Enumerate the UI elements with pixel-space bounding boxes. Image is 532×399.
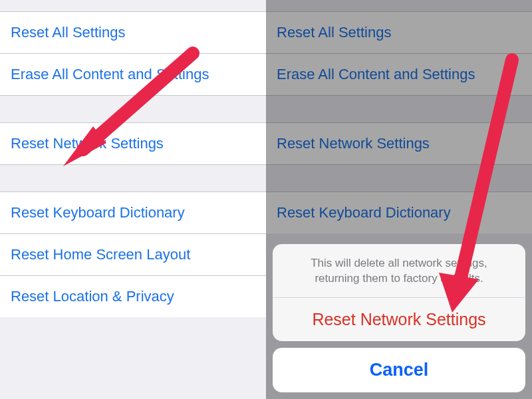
action-sheet-cancel-button[interactable]: Cancel [273, 348, 525, 392]
action-sheet-message: This will delete all network settings, r… [273, 244, 525, 298]
reset-all-settings[interactable]: Reset All Settings [0, 12, 266, 54]
reset-network-settings[interactable]: Reset Network Settings [0, 123, 266, 164]
section-gap-1-r [266, 95, 532, 123]
section-gap-2 [0, 164, 266, 192]
reset-keyboard-dictionary[interactable]: Reset Keyboard Dictionary [0, 192, 266, 234]
reset-all-settings-dimmed: Reset All Settings [266, 12, 532, 54]
erase-all-content[interactable]: Erase All Content and Settings [0, 54, 266, 95]
reset-keyboard-dictionary-dimmed: Reset Keyboard Dictionary [266, 192, 532, 233]
reset-network-settings-dimmed: Reset Network Settings [266, 123, 532, 164]
reset-menu-left: Reset All Settings Erase All Content and… [0, 0, 266, 399]
action-sheet: This will delete all network settings, r… [266, 237, 532, 399]
action-sheet-confirm-button[interactable]: Reset Network Settings [273, 298, 525, 341]
reset-location-privacy[interactable]: Reset Location & Privacy [0, 276, 266, 317]
section-gap-2-r [266, 164, 532, 192]
section-gap-top-r [266, 0, 532, 12]
section-gap-1 [0, 95, 266, 123]
reset-home-screen-layout[interactable]: Reset Home Screen Layout [0, 234, 266, 276]
section-gap-top [0, 0, 266, 12]
reset-menu-right: Reset All Settings Erase All Content and… [266, 0, 532, 399]
erase-all-content-dimmed: Erase All Content and Settings [266, 54, 532, 95]
